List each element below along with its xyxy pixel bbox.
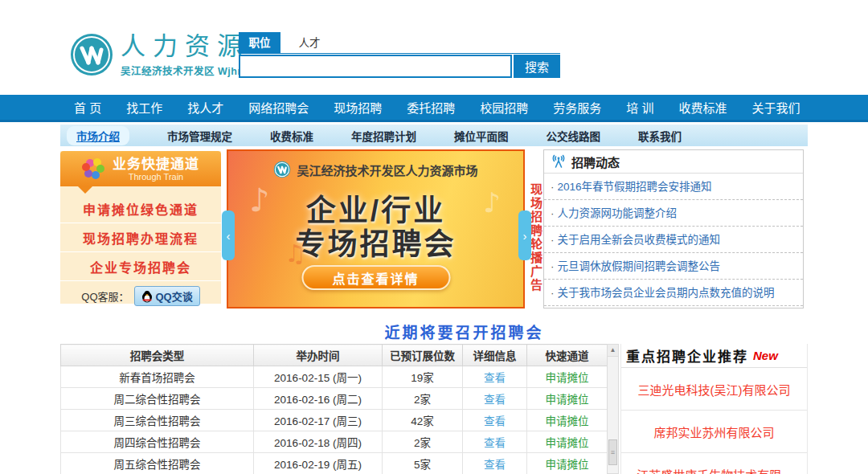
fair-type: 周四综合性招聘会 xyxy=(61,431,254,453)
bullet-icon: · xyxy=(551,287,555,299)
col-header-booths: 已预订展位数 xyxy=(383,345,463,366)
search-tabs: 职位 人才 xyxy=(239,32,560,54)
subnav-annual-plan[interactable]: 年度招聘计划 xyxy=(351,128,416,144)
col-header-fair-type: 招聘会类型 xyxy=(61,345,254,366)
companies-header: 重点招聘企业推荐 New xyxy=(621,344,807,368)
nav-online-fair[interactable]: 网络招聘会 xyxy=(248,99,309,116)
company-link[interactable]: 席邦实业苏州有限公司 xyxy=(621,411,807,453)
nav-home[interactable]: 首 页 xyxy=(74,99,101,116)
subnav-market-intro[interactable]: 市场介绍 xyxy=(67,126,129,145)
news-item[interactable]: ·2016年春节假期招聘会安排通知 xyxy=(544,174,803,200)
table-row: 周四综合性招聘会 2016-02-18 (周四) 2家 查看 申请摊位 xyxy=(61,431,608,453)
apply-booth-link[interactable]: 申请摊位 xyxy=(546,437,589,449)
view-link[interactable]: 查看 xyxy=(484,372,506,384)
apply-booth-link[interactable]: 申请摊位 xyxy=(546,394,589,406)
news-item[interactable]: ·元旦调休放假期间招聘会调整公告 xyxy=(544,253,803,280)
booth-count: 2家 xyxy=(383,431,463,453)
fair-date: 2016-02-16 (周二) xyxy=(254,388,383,410)
banner-logo-icon xyxy=(273,161,291,178)
nav-fee-standard[interactable]: 收费标准 xyxy=(678,99,727,116)
apply-booth-link[interactable]: 申请摊位 xyxy=(546,372,589,384)
nav-labor-service[interactable]: 劳务服务 xyxy=(553,99,601,116)
nav-find-job[interactable]: 找工作 xyxy=(126,99,162,116)
news-link[interactable]: 元旦调休放假期间招聘会调整公告 xyxy=(558,260,721,272)
flower-icon xyxy=(82,157,106,181)
bullet-icon: · xyxy=(551,181,555,193)
booth-count: 5家 xyxy=(383,453,463,474)
company-link[interactable]: 江苏盛世康禾生物技术有限... xyxy=(621,453,807,474)
news-link[interactable]: 关于我市场会员企业会员期内点数充值的说明 xyxy=(558,287,775,299)
tab-talent[interactable]: 人才 xyxy=(289,32,330,53)
fair-date: 2016-02-19 (周五) xyxy=(254,453,383,474)
quick-panel-header: 业务快捷通道 Through Train xyxy=(60,151,221,186)
search-button[interactable]: 搜索 xyxy=(514,55,560,78)
link-onsite-process[interactable]: 现场招聘办理流程 xyxy=(60,223,221,252)
view-link[interactable]: 查看 xyxy=(484,437,506,449)
subnav-bus-routes[interactable]: 公交线路图 xyxy=(547,128,601,144)
nav-entrusted-recruit[interactable]: 委托招聘 xyxy=(407,99,455,116)
fair-date: 2016-02-18 (周四) xyxy=(254,431,383,453)
booth-count: 19家 xyxy=(383,366,463,388)
qq-chat-label: QQ交谈 xyxy=(156,288,193,304)
banner-title-line2: 专场招聘会 xyxy=(228,220,523,264)
bullet-icon: · xyxy=(551,260,555,272)
scrollbar-thumb[interactable]: ≡ xyxy=(608,439,617,465)
news-item[interactable]: ·人力资源网功能调整介绍 xyxy=(544,200,803,227)
upcoming-fairs-title: 近期将要召开招聘会 xyxy=(60,321,868,342)
col-header-date: 举办时间 xyxy=(254,345,383,366)
banner-slide[interactable]: ♪ ♫ ♪ 吴江经济技术开发区人力资源市场 企业/行业 专场招聘会 点击查看详情 xyxy=(227,149,525,309)
quick-panel-title: 业务快捷通道 xyxy=(113,157,199,172)
col-header-quick: 快速通道 xyxy=(527,345,608,366)
link-green-channel[interactable]: 申请摊位绿色通道 xyxy=(60,194,221,223)
search-input[interactable] xyxy=(239,55,512,78)
view-link[interactable]: 查看 xyxy=(484,394,506,406)
nav-onsite-recruit[interactable]: 现场招聘 xyxy=(334,99,382,116)
nav-find-talent[interactable]: 找人才 xyxy=(187,99,223,116)
main-nav: 首 页 找工作 找人才 网络招聘会 现场招聘 委托招聘 校园招聘 劳务服务 培 … xyxy=(0,95,868,122)
news-item[interactable]: ·关于我市场会员企业会员期内点数充值的说明 xyxy=(544,280,803,306)
carousel-prev-arrow-icon[interactable]: ‹ xyxy=(222,210,235,260)
news-link[interactable]: 2016年春节假期招聘会安排通知 xyxy=(558,181,712,193)
banner-detail-button[interactable]: 点击查看详情 xyxy=(301,265,450,290)
quick-panel-subtitle: Through Train xyxy=(113,172,199,182)
booth-count: 2家 xyxy=(383,388,463,410)
fair-type: 周三综合性招聘会 xyxy=(61,410,254,431)
table-row: 周二综合性招聘会 2016-02-16 (周二) 2家 查看 申请摊位 xyxy=(61,388,608,410)
table-row: 新春首场招聘会 2016-02-15 (周一) 19家 查看 申请摊位 xyxy=(61,366,608,388)
booth-count: 42家 xyxy=(383,410,463,431)
search-box: 职位 人才 搜索 xyxy=(239,32,560,78)
view-link[interactable]: 查看 xyxy=(484,415,506,427)
subnav-contact-us[interactable]: 联系我们 xyxy=(638,128,682,144)
scrollbar-up-arrow-icon[interactable]: ▲ xyxy=(608,345,618,357)
fair-date: 2016-02-17 (周三) xyxy=(254,410,383,431)
table-scrollbar[interactable]: ▲ ≡ xyxy=(607,344,619,474)
table-header-row: 招聘会类型 举办时间 已预订展位数 详细信息 快速通道 xyxy=(61,345,608,366)
companies-title: 重点招聘企业推荐 xyxy=(626,345,748,366)
nav-training[interactable]: 培 训 xyxy=(626,99,653,116)
news-title: 招聘动态 xyxy=(571,153,620,170)
news-item[interactable]: ·关于启用全新会员收费模式的通知 xyxy=(544,227,803,253)
link-special-fair[interactable]: 企业专场招聘会 xyxy=(60,252,221,281)
table-row: 周三综合性招聘会 2016-02-17 (周三) 42家 查看 申请摊位 xyxy=(61,410,608,431)
subnav-booth-map[interactable]: 摊位平面图 xyxy=(454,128,509,144)
view-link[interactable]: 查看 xyxy=(484,459,506,471)
news-link[interactable]: 关于启用全新会员收费模式的通知 xyxy=(558,234,721,246)
subnav-fee-standard[interactable]: 收费标准 xyxy=(270,128,313,144)
tab-position[interactable]: 职位 xyxy=(239,32,280,53)
fair-type: 周二综合性招聘会 xyxy=(61,388,254,410)
nav-campus-recruit[interactable]: 校园招聘 xyxy=(480,99,528,116)
subnav-market-rules[interactable]: 市场管理规定 xyxy=(167,128,232,144)
news-link[interactable]: 人力资源网功能调整介绍 xyxy=(558,207,678,219)
nav-about-us[interactable]: 关于我们 xyxy=(751,99,800,116)
company-link[interactable]: 三迪光电科技(吴江)有限公司 xyxy=(621,368,807,411)
qq-penguin-icon xyxy=(141,290,153,303)
page: 人力资源 吴江经济技术开发区 Wjhr.net 职位 人才 搜索 首 页 找工作… xyxy=(0,0,868,474)
fair-type: 新春首场招聘会 xyxy=(61,366,254,388)
carousel-next-arrow-icon[interactable]: › xyxy=(518,210,531,260)
qq-chat-button[interactable]: QQ交谈 xyxy=(134,286,200,306)
recommended-companies-panel: 重点招聘企业推荐 New 三迪光电科技(吴江)有限公司 席邦实业苏州有限公司 江… xyxy=(620,344,808,474)
news-panel: 招聘动态 ·2016年春节假期招聘会安排通知 ·人力资源网功能调整介绍 ·关于启… xyxy=(543,149,804,309)
site-logo[interactable]: 人力资源 吴江经济技术开发区 Wjhr.net xyxy=(69,32,260,78)
apply-booth-link[interactable]: 申请摊位 xyxy=(546,459,589,471)
apply-booth-link[interactable]: 申请摊位 xyxy=(546,415,589,427)
